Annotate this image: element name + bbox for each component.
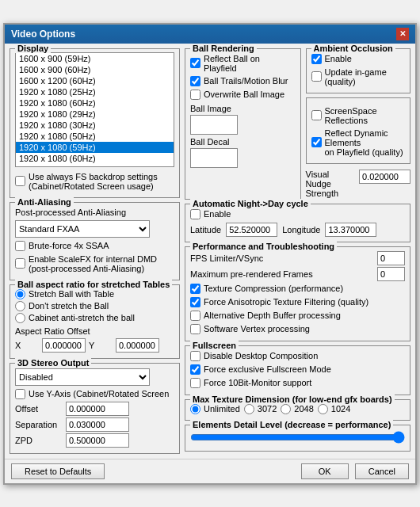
disable-desktop-row: Disable Desktop Composition bbox=[190, 349, 405, 363]
longitude-input[interactable] bbox=[325, 223, 376, 237]
force-exclusive-row: Force exclusive Fullscreen Mode bbox=[190, 363, 405, 376]
ao-enable-checkbox[interactable] bbox=[311, 54, 322, 64]
reflect-ball-checkbox[interactable] bbox=[190, 58, 200, 68]
tex-2048-label: 2048 bbox=[294, 404, 313, 414]
fps-input[interactable] bbox=[377, 251, 405, 265]
aa-dropdown-row: Standard FXAA MSAA 2x MSAA 4x MSAA 8x bbox=[15, 219, 174, 239]
y-label: Y bbox=[89, 341, 113, 350]
elements-detail-slider[interactable] bbox=[190, 430, 405, 444]
ok-button[interactable]: OK bbox=[301, 463, 349, 479]
alt-depth-checkbox[interactable] bbox=[190, 311, 200, 321]
res-item-0[interactable]: 1600 x 900 (59Hz) bbox=[16, 53, 174, 64]
ao-enable-label: Enable bbox=[325, 54, 352, 63]
ao-update-checkbox[interactable] bbox=[311, 71, 322, 82]
fullscreen-group: Fullscreen Disable Desktop Composition F… bbox=[185, 345, 410, 395]
ball-aspect-group: Ball aspect ratio for stretched Tables S… bbox=[10, 284, 180, 359]
latitude-input[interactable] bbox=[226, 223, 277, 237]
aspect-xy-row: X Y bbox=[15, 337, 174, 353]
texture-compress-checkbox[interactable] bbox=[190, 284, 200, 294]
separation-row: Separation bbox=[15, 417, 174, 433]
fs-backdrop-checkbox[interactable] bbox=[15, 176, 25, 186]
cancel-button[interactable]: Cancel bbox=[355, 463, 409, 479]
tex-3072-radio[interactable] bbox=[244, 404, 254, 414]
scalefx-row: Enable ScaleFX for internal DMD(post-pro… bbox=[15, 253, 174, 275]
res-item-6[interactable]: 1920 x 1080 (30Hz) bbox=[16, 120, 174, 131]
elements-detail-group: Elements Detail Level (decrease = perfor… bbox=[185, 425, 410, 452]
tex-1024-label: 1024 bbox=[331, 404, 350, 414]
zpd-row: ZPD bbox=[15, 433, 174, 448]
texture-dim-row: Unlimited 3072 2048 1024 bbox=[190, 403, 405, 415]
res-item-7[interactable]: 1920 x 1080 (50Hz) bbox=[16, 131, 174, 142]
perf-title: Performance and Troubleshooting bbox=[190, 242, 337, 251]
offset-input[interactable] bbox=[66, 402, 129, 416]
res-item-9[interactable]: 1920 x 1080 (60Hz) bbox=[16, 153, 174, 164]
overwrite-ball-row: Overwrite Ball Image bbox=[190, 88, 296, 101]
display-group-title: Display bbox=[15, 44, 51, 53]
close-button[interactable]: ✕ bbox=[396, 28, 409, 40]
ball-stretch-radio[interactable] bbox=[15, 289, 25, 299]
day-cycle-enable-checkbox[interactable] bbox=[190, 209, 200, 219]
yaxis-checkbox[interactable] bbox=[15, 389, 25, 399]
dynamic-elem-checkbox[interactable] bbox=[311, 137, 322, 147]
top-row: Ball Rendering Reflect Ball on Playfield… bbox=[185, 48, 410, 200]
tex-1024-row: 1024 bbox=[318, 403, 350, 415]
res-item-5[interactable]: 1920 x 1080 (29Hz) bbox=[16, 109, 174, 120]
separation-input[interactable] bbox=[66, 417, 129, 432]
day-cycle-group: Automatic Night->Day cycle Enable Latitu… bbox=[185, 204, 410, 242]
brute-force-row: Brute-force 4x SSAA bbox=[15, 239, 174, 253]
tex-unlimited-radio[interactable] bbox=[190, 404, 200, 414]
ball-trails-checkbox[interactable] bbox=[190, 76, 200, 86]
ball-cabinet-row: Cabinet anti-stretch the ball bbox=[15, 312, 174, 324]
anti-aliasing-title: Anti-Aliasing bbox=[15, 197, 74, 207]
software-vertex-checkbox[interactable] bbox=[190, 324, 200, 334]
ball-trails-label: Ball Trails/Motion Blur bbox=[204, 76, 288, 86]
latitude-label: Latitude bbox=[190, 225, 221, 234]
max-texture-group: Max Texture Dimension (for low-end gfx b… bbox=[185, 399, 410, 421]
ss-reflect-row: ScreenSpace Reflections bbox=[311, 105, 406, 127]
texture-compress-row: Texture Compression (performance) bbox=[190, 282, 405, 295]
main-content: Display 1600 x 900 (59Hz) 1600 x 900 (60… bbox=[5, 44, 415, 459]
zpd-input[interactable] bbox=[66, 433, 129, 448]
software-vertex-row: Software Vertex processing bbox=[190, 322, 405, 336]
dynamic-elem-label: Reflect Dynamic Elementson Playfield (qu… bbox=[325, 128, 406, 157]
stereo-select[interactable]: Disabled Side by Side Top/Bottom Interla… bbox=[15, 368, 150, 386]
ss-reflect-checkbox[interactable] bbox=[311, 110, 322, 120]
tex-2048-radio[interactable] bbox=[281, 404, 291, 414]
anisotropic-checkbox[interactable] bbox=[190, 297, 200, 307]
force-10bit-checkbox[interactable] bbox=[190, 378, 200, 388]
ball-stretch-label: Stretch Ball with Table bbox=[29, 289, 114, 299]
res-item-1[interactable]: 1600 x 900 (60Hz) bbox=[16, 64, 174, 75]
res-item-2[interactable]: 1600 x 1200 (60Hz) bbox=[16, 75, 174, 86]
stereo-dropdown-row: Disabled Side by Side Top/Bottom Interla… bbox=[15, 367, 174, 387]
offset-row: Offset bbox=[15, 401, 174, 417]
max-frames-input[interactable] bbox=[377, 267, 405, 281]
day-cycle-enable-row: Enable bbox=[190, 208, 405, 221]
tex-1024-radio[interactable] bbox=[318, 404, 328, 414]
force-exclusive-checkbox[interactable] bbox=[190, 364, 200, 375]
max-texture-title: Max Texture Dimension (for low-end gfx b… bbox=[190, 395, 395, 404]
ball-cabinet-radio[interactable] bbox=[15, 313, 25, 323]
aspect-ratio-label: Aspect Ratio Offset bbox=[15, 326, 174, 336]
x-input[interactable] bbox=[42, 338, 86, 353]
brute-force-checkbox[interactable] bbox=[15, 241, 25, 251]
ball-image-label: Ball Image bbox=[190, 104, 296, 113]
perf-group: Performance and Troubleshooting FPS Limi… bbox=[185, 246, 410, 341]
scalefx-checkbox[interactable] bbox=[15, 258, 25, 269]
alt-depth-label: Alternative Depth Buffer processing bbox=[204, 311, 341, 320]
resolution-listbox[interactable]: 1600 x 900 (59Hz) 1600 x 900 (60Hz) 1600… bbox=[15, 52, 174, 167]
disable-desktop-checkbox[interactable] bbox=[190, 351, 200, 361]
dynamic-elem-row: Reflect Dynamic Elementson Playfield (qu… bbox=[311, 127, 406, 158]
reflect-ball-label: Reflect Ball on Playfield bbox=[204, 54, 296, 73]
ball-nostretch-radio[interactable] bbox=[15, 301, 25, 311]
reset-defaults-button[interactable]: Reset to Defaults bbox=[11, 463, 105, 479]
res-item-4[interactable]: 1920 x 1080 (60Hz) bbox=[16, 97, 174, 109]
right-panel: Ball Rendering Reflect Ball on Playfield… bbox=[185, 48, 410, 454]
res-item-8[interactable]: 1920 x 1080 (59Hz) bbox=[16, 142, 174, 153]
ao-update-row: Update in-game (quality) bbox=[311, 66, 406, 88]
y-input[interactable] bbox=[116, 338, 159, 353]
visual-nudge-input[interactable] bbox=[359, 170, 410, 184]
aa-select[interactable]: Standard FXAA MSAA 2x MSAA 4x MSAA 8x bbox=[15, 220, 150, 238]
ball-trails-row: Ball Trails/Motion Blur bbox=[190, 74, 296, 88]
res-item-3[interactable]: 1920 x 1080 (25Hz) bbox=[16, 86, 174, 97]
overwrite-ball-checkbox[interactable] bbox=[190, 90, 200, 100]
